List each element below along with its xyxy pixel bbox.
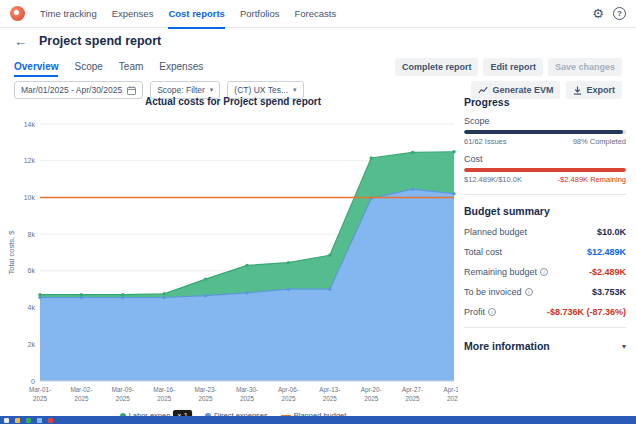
taskbar-icon[interactable] bbox=[48, 418, 53, 423]
tab-scope[interactable]: Scope bbox=[74, 54, 102, 79]
topbar-right-icons: ⚙ ? bbox=[592, 7, 626, 20]
x-tick-label: Mar-16- bbox=[153, 386, 175, 393]
y-tick-label: 12k bbox=[24, 157, 36, 164]
x-tick-label: 2025 bbox=[74, 395, 89, 402]
help-icon[interactable]: ? bbox=[613, 7, 626, 20]
cost-progress-fill bbox=[464, 168, 626, 172]
y-tick-label: 0 bbox=[31, 378, 35, 385]
y-tick-label: 14k bbox=[24, 121, 36, 128]
cost-chart-panel: Actual costs for Project spend report 02… bbox=[6, 94, 460, 418]
tab-overview[interactable]: Overview bbox=[14, 54, 58, 79]
scope-percent-completed: 98% Completed bbox=[573, 137, 626, 146]
x-tick-label: 2025 bbox=[406, 395, 421, 402]
chart-point[interactable] bbox=[328, 288, 331, 291]
chart-point[interactable] bbox=[204, 294, 207, 297]
nav-expenses[interactable]: Expenses bbox=[112, 0, 154, 28]
x-tick-label: 2025 bbox=[364, 395, 379, 402]
budget-row-remaining: Remaining budget i -$2.489K bbox=[464, 267, 626, 277]
cost-progress-stats: $12.489K/$10.0K -$2.489K Remaining bbox=[464, 175, 626, 184]
budget-row-value: $3.753K bbox=[592, 287, 626, 297]
scope-progress-label: Scope bbox=[464, 116, 626, 126]
budget-row-value: -$8.736K (-87.36%) bbox=[547, 307, 626, 317]
report-actions: Complete report Edit report Save changes bbox=[395, 58, 622, 76]
cost-spent-vs-budget: $12.489K/$10.0K bbox=[464, 175, 522, 184]
chart-point[interactable] bbox=[163, 296, 166, 299]
chart-point[interactable] bbox=[287, 288, 290, 291]
chart-point[interactable] bbox=[370, 156, 373, 159]
nav-cost-reports[interactable]: Cost reports bbox=[168, 0, 224, 28]
budget-summary-heading: Budget summary bbox=[464, 205, 626, 217]
x-tick-label: 2025 bbox=[116, 395, 131, 402]
divider bbox=[464, 194, 626, 195]
info-icon[interactable]: i bbox=[488, 308, 496, 316]
more-information-toggle[interactable]: More information ▾ bbox=[464, 340, 626, 352]
x-tick-label: Apr-20- bbox=[361, 386, 382, 394]
chart-point[interactable] bbox=[411, 151, 414, 154]
taskbar-icon[interactable] bbox=[4, 418, 9, 423]
scope-progress-fill bbox=[464, 130, 623, 134]
taskbar-icon[interactable] bbox=[37, 418, 42, 423]
save-changes-button[interactable]: Save changes bbox=[548, 58, 622, 76]
app-logo-icon[interactable] bbox=[10, 6, 25, 21]
x-tick-label: 2025 bbox=[33, 395, 48, 402]
budget-row-to-be-invoiced: To be invoiced i $3.753K bbox=[464, 287, 626, 297]
cost-remaining: -$2.489K Remaining bbox=[558, 175, 626, 184]
settings-gear-icon[interactable]: ⚙ bbox=[592, 7, 604, 20]
chart-point[interactable] bbox=[204, 277, 207, 280]
x-tick-label: Mar-02- bbox=[70, 386, 92, 393]
x-tick-label: Apr-27- bbox=[402, 386, 423, 394]
info-icon[interactable]: i bbox=[525, 288, 533, 296]
chart-point[interactable] bbox=[163, 292, 166, 295]
y-tick-label: 6k bbox=[28, 267, 36, 274]
taskbar-icon[interactable] bbox=[26, 418, 31, 423]
chart-point[interactable] bbox=[287, 261, 290, 264]
nav-time-tracking[interactable]: Time tracking bbox=[40, 0, 97, 28]
y-tick-label: 2k bbox=[28, 341, 36, 348]
chart-point[interactable] bbox=[411, 187, 414, 190]
page-header: ← Project spend report bbox=[0, 28, 636, 54]
chevron-down-icon: ▾ bbox=[622, 342, 626, 351]
chart-point[interactable] bbox=[245, 264, 248, 267]
x-tick-label: Mar-09- bbox=[112, 386, 134, 393]
chart-point[interactable] bbox=[328, 254, 331, 257]
complete-report-button[interactable]: Complete report bbox=[395, 58, 479, 76]
nav-forecasts[interactable]: Forecasts bbox=[295, 0, 337, 28]
download-icon bbox=[573, 86, 582, 95]
x-tick-label: 2025 bbox=[199, 395, 214, 402]
chart-point[interactable] bbox=[121, 293, 124, 296]
chart-point[interactable] bbox=[452, 150, 455, 153]
x-tick-label: 2025 bbox=[240, 395, 255, 402]
budget-row-profit: Profit i -$8.736K (-87.36%) bbox=[464, 307, 626, 317]
nav-portfolios[interactable]: Portfolios bbox=[240, 0, 280, 28]
x-tick-label: Mar-23- bbox=[195, 386, 217, 393]
edit-report-button[interactable]: Edit report bbox=[483, 58, 543, 76]
os-taskbar[interactable] bbox=[0, 416, 636, 424]
top-navigation-bar: Time tracking Expenses Cost reports Port… bbox=[0, 0, 636, 28]
x-tick-label: 2025 bbox=[323, 395, 338, 402]
actual-costs-chart[interactable]: 02k4k6k8k10k12k14kMar-01-2025Mar-02-2025… bbox=[6, 109, 458, 405]
tab-expenses[interactable]: Expenses bbox=[159, 54, 203, 79]
tab-team[interactable]: Team bbox=[119, 54, 143, 79]
x-tick-label: 2025 bbox=[447, 395, 458, 402]
budget-row-label: Profit i bbox=[464, 307, 496, 317]
taskbar-icon[interactable] bbox=[15, 418, 20, 423]
budget-row-label: Planned budget bbox=[464, 227, 527, 237]
x-tick-label: Apr-06- bbox=[278, 386, 299, 394]
x-tick-label: Mar-30- bbox=[236, 386, 258, 393]
budget-row-planned: Planned budget $10.0K bbox=[464, 227, 626, 237]
budget-row-value: $12.489K bbox=[587, 247, 626, 257]
x-tick-label: Mar-01- bbox=[29, 386, 51, 393]
info-icon[interactable]: i bbox=[540, 268, 548, 276]
chart-point[interactable] bbox=[38, 293, 41, 296]
chart-point[interactable] bbox=[245, 291, 248, 294]
y-axis-title: Total costs, $ bbox=[7, 230, 16, 275]
budget-row-total-cost: Total cost $12.489K bbox=[464, 247, 626, 257]
page-title: Project spend report bbox=[39, 34, 161, 48]
chart-point[interactable] bbox=[452, 192, 455, 195]
budget-row-label: To be invoiced i bbox=[464, 287, 533, 297]
y-tick-label: 4k bbox=[28, 304, 36, 311]
back-arrow-icon[interactable]: ← bbox=[14, 34, 27, 49]
chart-point[interactable] bbox=[80, 293, 83, 296]
chart-title: Actual costs for Project spend report bbox=[6, 96, 460, 107]
chevron-down-icon: ▾ bbox=[210, 86, 214, 94]
